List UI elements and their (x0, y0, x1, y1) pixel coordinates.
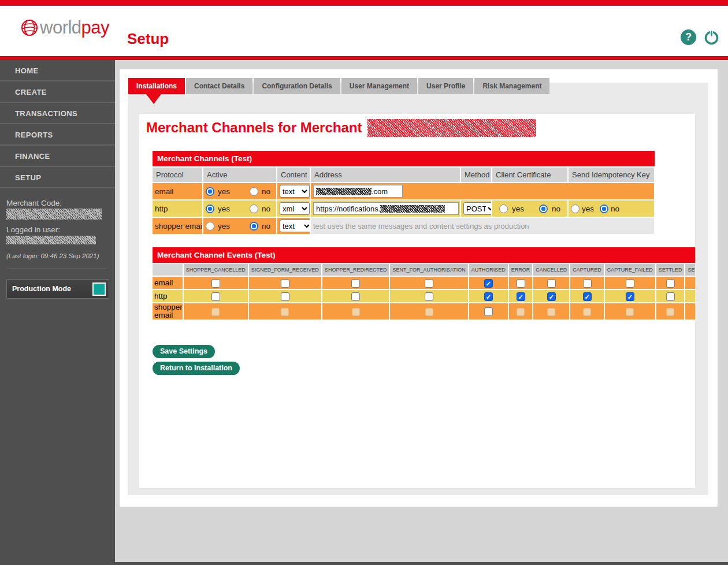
header-divider-bar (0, 56, 728, 60)
http-address-input[interactable]: https://notifications. (313, 202, 459, 215)
event-checkbox-email-capture_failed[interactable] (626, 279, 634, 288)
event-cell (533, 277, 569, 289)
worldpay-logo: worldpay (19, 17, 109, 38)
event-checkbox-http-signed_form_received[interactable] (281, 292, 289, 301)
sidebar-item-transactions[interactable]: TRANSACTIONS (0, 103, 115, 124)
col-header-content: Content (277, 168, 310, 182)
event-row-shopper-email: shopper email (153, 303, 695, 319)
email-address-redacted (316, 188, 372, 195)
event-checkbox-email-shopper_redirected[interactable] (351, 279, 360, 288)
event-cell (605, 303, 655, 319)
http-client-cert-yes-radio[interactable] (499, 205, 508, 213)
sidebar-item-home[interactable]: HOME (0, 60, 115, 81)
http-idempotency-no-radio[interactable] (600, 205, 608, 213)
yes-label: yes (512, 205, 524, 213)
http-content-select[interactable]: xml (280, 202, 310, 215)
sidebar-item-finance[interactable]: FINANCE (0, 146, 115, 167)
sidebar-item-reports[interactable]: REPORTS (0, 124, 115, 146)
no-label: no (552, 205, 560, 213)
event-cell (605, 290, 655, 302)
shopper-email-content-select[interactable]: text (280, 220, 310, 232)
shopper-email-active-no-radio[interactable] (250, 222, 258, 231)
http-active-yes-radio[interactable] (206, 205, 214, 213)
email-address-suffix: .com (372, 187, 388, 196)
event-cell (605, 277, 655, 289)
no-label: no (262, 222, 270, 231)
yes-label: yes (218, 222, 230, 231)
heading-text: Merchant Channels for Merchant (146, 120, 362, 135)
http-active-no-radio[interactable] (250, 205, 258, 213)
production-mode-box: Production Mode (6, 279, 109, 299)
http-method-select[interactable]: POST (463, 202, 491, 215)
sidebar-item-setup[interactable]: SETUP (0, 167, 115, 188)
event-column-header-capture_failed: CAPTURE_FAILED (605, 264, 655, 276)
event-checkbox-email-cancelled[interactable] (547, 279, 556, 288)
production-mode-indicator[interactable] (92, 282, 106, 296)
tab-installations[interactable]: Installations (128, 78, 185, 94)
event-column-header-settled: SETTLED (656, 264, 685, 276)
event-checkbox-email-error[interactable] (517, 279, 525, 288)
merchant-channels-table: Merchant Channels (Test) Protocol Active… (153, 151, 655, 235)
event-checkbox-shopper-email-authorised[interactable] (484, 307, 493, 316)
event-cell (184, 290, 248, 302)
event-checkbox-email-signed_form_received[interactable] (281, 279, 289, 288)
event-checkbox-http-sent_for_authorisation[interactable] (425, 292, 433, 301)
event-row-email: email (153, 277, 695, 289)
event-cell (570, 290, 604, 302)
email-address-input[interactable]: .com (313, 185, 403, 198)
event-checkbox-http-shopper_redirected[interactable] (351, 292, 360, 301)
event-cell (469, 290, 508, 302)
event-cell (685, 303, 695, 319)
event-row-http: http (153, 290, 695, 302)
logout-power-icon[interactable] (703, 29, 720, 46)
email-active-no-radio[interactable] (250, 187, 258, 196)
sidebar: HOME CREATE TRANSACTIONS REPORTS FINANCE… (0, 60, 115, 562)
tab-contact-details[interactable]: Contact Details (186, 78, 252, 94)
tab-user-profile[interactable]: User Profile (418, 78, 473, 94)
tab-risk-management[interactable]: Risk Management (474, 78, 549, 94)
event-checkbox-http-authorised[interactable] (484, 292, 493, 301)
email-content-select[interactable]: text (280, 185, 310, 198)
http-address-redacted (380, 205, 445, 213)
app-header: worldpay Setup ? (0, 6, 728, 56)
channels-table-title: Merchant Channels (Test) (153, 151, 655, 166)
event-checkbox-http-cancelled[interactable] (547, 292, 556, 301)
active-tab-pointer (146, 94, 161, 104)
event-checkbox-shopper-email-shopper_redirected (352, 308, 360, 316)
merchant-channel-events-table: Merchant Channel Events (Test) SHOPPER_C… (153, 247, 695, 321)
merchant-name-redacted (367, 119, 536, 137)
tab-configuration-details[interactable]: Configuration Details (254, 78, 340, 94)
event-checkbox-http-captured[interactable] (583, 292, 592, 301)
yes-label: yes (218, 187, 230, 196)
col-header-protocol: Protocol (153, 168, 202, 182)
email-active-yes-radio[interactable] (206, 187, 214, 196)
shopper-email-note: test uses the same messages and content … (311, 218, 654, 234)
event-cell (184, 303, 248, 319)
event-checkbox-http-shopper_cancelled[interactable] (211, 292, 220, 301)
return-to-installation-button[interactable]: Return to Installation (153, 362, 240, 375)
event-checkbox-email-authorised[interactable] (484, 279, 493, 288)
event-checkbox-email-captured[interactable] (583, 279, 592, 288)
logged-in-user-value-redacted (6, 236, 96, 244)
event-checkbox-email-sent_for_authorisation[interactable] (425, 279, 433, 288)
event-cell (322, 290, 389, 302)
event-cell (509, 290, 533, 302)
protocol-label-shopper-email: shopper email (153, 218, 202, 234)
tab-bar: Installations Contact Details Configurat… (128, 78, 549, 94)
event-checkbox-email-settled[interactable] (666, 279, 675, 288)
event-checkbox-email-shopper_cancelled[interactable] (211, 279, 220, 288)
event-cell (509, 303, 533, 319)
sidebar-item-create[interactable]: CREATE (0, 81, 115, 103)
event-checkbox-shopper-email-cancelled (547, 308, 555, 316)
event-cell (469, 303, 508, 319)
tab-user-management[interactable]: User Management (341, 78, 417, 94)
event-checkbox-http-capture_failed[interactable] (626, 292, 634, 301)
shopper-email-active-yes-radio[interactable] (206, 222, 214, 231)
event-checkbox-shopper-email-error (517, 308, 525, 316)
save-settings-button[interactable]: Save Settings (153, 345, 215, 358)
http-idempotency-yes-radio[interactable] (571, 205, 580, 213)
help-icon[interactable]: ? (681, 29, 696, 45)
event-checkbox-http-error[interactable] (517, 292, 525, 301)
event-checkbox-http-settled[interactable] (666, 292, 675, 301)
http-client-cert-no-radio[interactable] (539, 205, 548, 213)
